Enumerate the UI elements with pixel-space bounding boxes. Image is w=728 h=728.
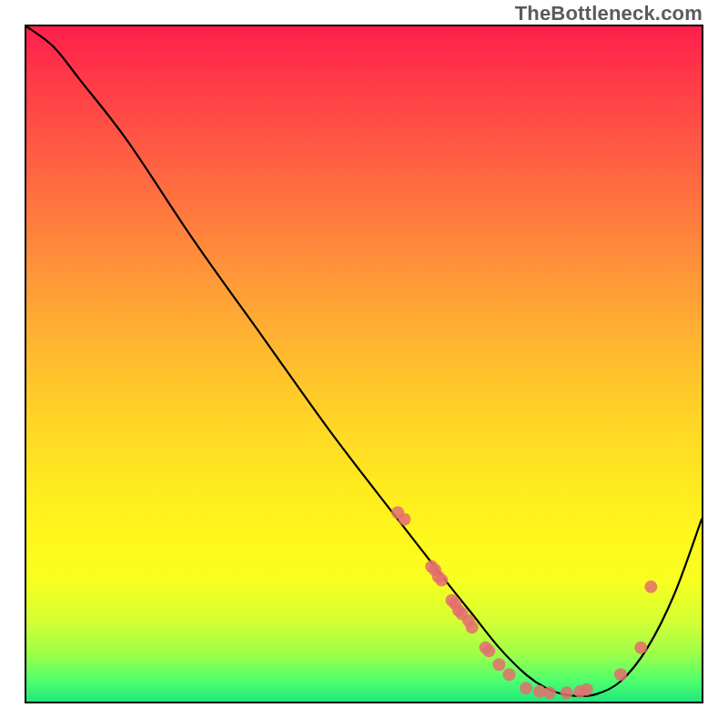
scatter-cluster-bottom [520,682,593,699]
scatter-point [435,573,448,586]
scatter-point [466,621,479,633]
watermark-text: TheBottleneck.com [515,2,703,25]
scatter-point [399,513,411,526]
scatter-point [482,644,495,657]
scatter-point [520,682,532,694]
scatter-point [503,668,516,681]
scatter-cluster-left [391,506,515,681]
plot-area [25,25,703,703]
scatter-point [614,668,627,681]
scatter-point [543,686,556,699]
scatter-point [644,581,657,593]
curve-svg [26,26,702,702]
scatter-point [634,642,647,654]
chart-container: TheBottleneck.com [0,0,728,728]
scatter-point [492,658,505,671]
bottleneck-curve [26,26,702,696]
scatter-point [581,683,593,696]
scatter-point [561,686,573,699]
